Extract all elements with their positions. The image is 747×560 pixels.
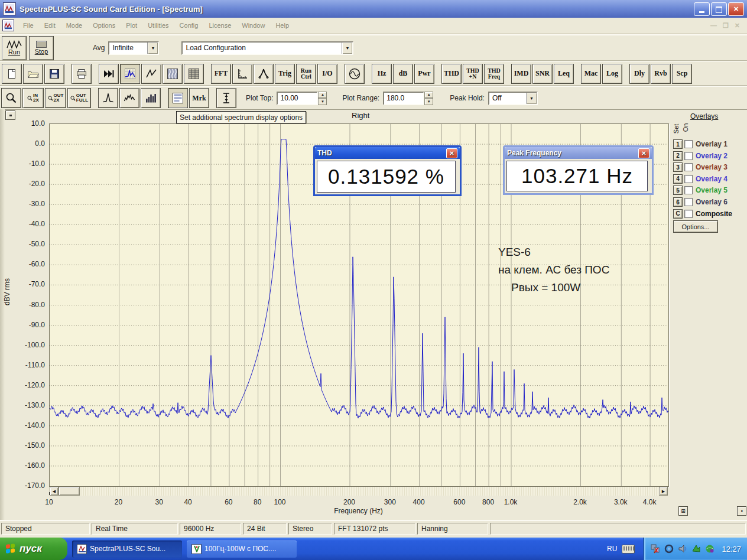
taskbar-task-2[interactable]: 100Гц-100W с ПОС.... [187, 541, 297, 558]
zoom-in-2x-button[interactable]: IN2X [22, 88, 44, 108]
thd-n-button[interactable]: THD +N [463, 64, 483, 84]
taskbar-clock[interactable]: 12:27 [722, 545, 741, 554]
collapse-button[interactable]: ▪ [737, 506, 746, 516]
new-file-button[interactable] [2, 64, 22, 84]
db-units-button[interactable]: dB [393, 64, 413, 84]
overlay-set-button-5[interactable]: 5 [673, 185, 683, 195]
line-display-button[interactable] [119, 88, 139, 108]
expand-button[interactable]: ⊞ [678, 506, 688, 516]
fast-forward-button[interactable] [99, 64, 119, 84]
overlay-on-checkbox-2[interactable] [684, 152, 693, 160]
peak-frequency-window[interactable]: Peak Frequency ✕ 103.271 Hz [503, 145, 654, 195]
overlay-set-button-6[interactable]: 6 [673, 197, 683, 207]
macro-button[interactable]: Mac [581, 64, 601, 84]
plot-range-input[interactable] [383, 92, 424, 105]
volume-icon[interactable] [677, 544, 687, 554]
plot-top-spinner[interactable]: ▲▼ [318, 92, 327, 105]
document-icon[interactable] [2, 19, 14, 31]
plot-h-scrollbar[interactable]: ◀ ▶ [50, 487, 668, 496]
minimize-button[interactable] [694, 2, 710, 16]
overlay-set-button-C[interactable]: C [673, 209, 683, 219]
stop-button[interactable]: Stop [29, 36, 54, 60]
peak-frequency-window-titlebar[interactable]: Peak Frequency ✕ [505, 147, 652, 159]
thd-button[interactable]: THD [441, 64, 462, 84]
overlay-on-checkbox-4[interactable] [684, 175, 693, 183]
leq-button[interactable]: Leq [554, 64, 574, 84]
peak-display-button[interactable] [98, 88, 118, 108]
pwr-units-button[interactable]: Pwr [414, 64, 434, 84]
zoom-out-2x-button[interactable]: OUT2X [45, 88, 66, 108]
delay-button[interactable]: Dly [629, 64, 649, 84]
plot-system-menu-box[interactable] [5, 110, 15, 120]
snr-button[interactable]: SNR [532, 64, 553, 84]
menu-plot[interactable]: Plot [121, 19, 142, 31]
menu-options[interactable]: Options [87, 19, 121, 31]
overlays-options-button[interactable]: Options... [673, 220, 718, 233]
menu-help[interactable]: Help [270, 19, 294, 31]
scrollbar-thumb[interactable] [59, 487, 80, 496]
close-icon[interactable]: ✕ [638, 148, 649, 158]
open-file-button[interactable] [23, 64, 43, 84]
menu-file[interactable]: File [18, 19, 39, 31]
menu-license[interactable]: License [203, 19, 236, 31]
menu-edit[interactable]: Edit [39, 19, 61, 31]
overlay-on-checkbox-3[interactable] [684, 163, 693, 171]
waterfall-view-button[interactable] [163, 64, 183, 84]
run-button[interactable]: Run [2, 36, 27, 60]
thd-freq-button[interactable]: THD Freq [484, 64, 504, 84]
scaling-button[interactable] [232, 64, 252, 84]
trigger-button[interactable]: Trig [275, 64, 295, 84]
network-error-icon[interactable]: ✗ [650, 544, 660, 554]
overlay-on-checkbox-5[interactable] [684, 186, 693, 194]
scroll-left-icon[interactable]: ◀ [50, 487, 59, 496]
load-configuration-combo[interactable]: Load Configuration ▼ [181, 41, 353, 55]
amplitude-range-button[interactable] [216, 88, 236, 108]
status-globe-icon[interactable] [704, 544, 714, 554]
overlay-set-button-3[interactable]: 3 [673, 162, 683, 172]
start-button[interactable]: пуск [0, 538, 67, 560]
markers-button[interactable]: Mrk [189, 88, 209, 108]
thd-window[interactable]: THD ✕ 0.131592 % [313, 145, 462, 196]
zoom-button[interactable] [1, 88, 21, 108]
io-settings-button[interactable]: I/O [317, 64, 337, 84]
logging-button[interactable]: Log [602, 64, 622, 84]
reverb-button[interactable]: Rvb [651, 64, 671, 84]
imd-button[interactable]: IMD [511, 64, 531, 84]
close-button[interactable]: ✕ [728, 2, 744, 16]
overlay-set-button-2[interactable]: 2 [673, 151, 683, 161]
thd-window-titlebar[interactable]: THD ✕ [315, 147, 460, 159]
language-indicator[interactable]: RU [607, 545, 617, 553]
save-file-button[interactable] [44, 64, 64, 84]
plot-range-spinner[interactable]: ▲▼ [424, 92, 433, 105]
fft-settings-button[interactable]: FFT [211, 64, 231, 84]
time-series-view-button[interactable] [141, 64, 161, 84]
overlay-set-button-1[interactable]: 1 [673, 139, 683, 149]
peak-hold-combo[interactable]: Off ▼ [488, 92, 538, 105]
overlay-set-button-4[interactable]: 4 [673, 174, 683, 184]
calibration-button[interactable] [254, 64, 274, 84]
menu-utilities[interactable]: Utilities [142, 19, 174, 31]
hz-units-button[interactable]: Hz [372, 64, 392, 84]
restore-button[interactable] [711, 2, 727, 16]
signal-generator-button[interactable] [345, 64, 365, 84]
bar-display-button[interactable] [141, 88, 161, 108]
menu-mode[interactable]: Mode [61, 19, 88, 31]
print-button[interactable] [72, 64, 92, 84]
audio-device-icon[interactable] [664, 544, 674, 554]
spectrogram-view-button[interactable] [184, 64, 204, 84]
display-options-button[interactable] [168, 88, 188, 108]
taskbar-task-1[interactable]: SpectraPLUS-SC Sou... [72, 541, 182, 558]
zoom-out-full-button[interactable]: OUTFULL [67, 88, 91, 108]
overlay-on-checkbox-6[interactable] [684, 198, 693, 206]
avg-combo[interactable]: Infinite ▼ [108, 41, 159, 55]
plot-top-input[interactable] [277, 92, 318, 105]
close-icon[interactable]: ✕ [446, 148, 457, 158]
overlay-on-checkbox-C[interactable] [684, 210, 693, 218]
menu-config[interactable]: Config [174, 19, 204, 31]
scope-button[interactable]: Scp [672, 64, 692, 84]
menu-window[interactable]: Window [236, 19, 270, 31]
keyboard-icon[interactable] [622, 545, 635, 554]
run-control-button[interactable]: Run Ctrl [296, 64, 316, 84]
scroll-right-icon[interactable]: ▶ [659, 487, 668, 496]
overlay-on-checkbox-1[interactable] [684, 140, 693, 148]
